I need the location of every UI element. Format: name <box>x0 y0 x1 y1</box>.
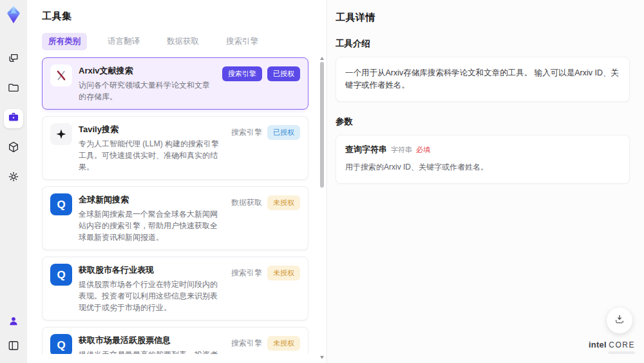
intel-core-logo: intel CORE <box>589 340 635 354</box>
tool-card-badges: 数据获取 未授权 <box>231 195 300 243</box>
app-logo-gem-icon <box>3 5 24 25</box>
download-button[interactable] <box>607 308 632 333</box>
q-letter: Q <box>57 199 65 210</box>
tool-title: 获取股市各行业表现 <box>79 264 225 276</box>
sidebar-item-chat[interactable] <box>4 50 23 69</box>
tool-card-body: Tavily搜索 专为人工智能代理 (LLM) 构建的搜索引擎工具。可快速提供实… <box>79 123 225 173</box>
scrollbar-thumb[interactable] <box>320 62 324 188</box>
panel-toggle-icon <box>7 339 20 355</box>
core-brand-text: CORE <box>609 340 635 349</box>
tool-title: Arxiv文献搜索 <box>79 65 216 77</box>
param-description: 用于搜索的Arxiv ID、关键字或作者姓名。 <box>345 161 620 173</box>
param-name: 查询字符串 <box>345 144 387 155</box>
param-required-badge: 必填 <box>416 145 430 155</box>
briefcase-icon <box>7 111 20 126</box>
tool-category-badge: 搜索引擎 <box>231 125 262 140</box>
tool-description: 访问各个研究领域大量科学论文和文章的存储库。 <box>79 79 216 103</box>
tab-language-translation[interactable]: 语言翻译 <box>101 33 146 50</box>
tavily-icon <box>50 123 72 145</box>
intro-heading: 工具介绍 <box>336 38 630 50</box>
param-type: 字符串 <box>391 145 412 155</box>
sidebar-item-files[interactable] <box>4 79 23 99</box>
tab-data-acquisition[interactable]: 数据获取 <box>160 33 205 50</box>
download-icon <box>614 313 625 328</box>
cube-icon <box>7 141 20 156</box>
tool-status-badge: 未授权 <box>267 195 300 210</box>
tool-status-badge: 已授权 <box>267 125 300 140</box>
folder-icon <box>7 81 20 97</box>
tool-card[interactable]: Q 获取市场最活跃股票信息 提供当天交易量最高的股票列表，投资者可以利用这些信息… <box>42 327 308 354</box>
sidebar-nav <box>4 50 23 188</box>
tool-title: 全球新闻搜索 <box>79 194 225 206</box>
sidebar-item-settings[interactable] <box>4 168 23 188</box>
intel-brand-text: intel <box>589 340 607 349</box>
tool-title: 获取市场最活跃股票信息 <box>79 335 225 346</box>
params-heading: 参数 <box>336 116 630 128</box>
scrollbar[interactable] <box>319 57 325 359</box>
q-icon: Q <box>50 193 72 215</box>
tool-category-badge: 数据获取 <box>231 195 262 210</box>
intel-logo-subline <box>608 351 635 354</box>
arxiv-icon <box>50 64 72 86</box>
tool-title: Tavily搜索 <box>79 124 225 135</box>
toolset-title: 工具集 <box>42 10 327 23</box>
sidebar-item-collapse[interactable] <box>4 337 23 357</box>
intro-text: 一个用于从Arxiv存储库搜索科学论文和文章的工具。 输入可以是Arxiv ID… <box>345 67 620 92</box>
intro-card: 一个用于从Arxiv存储库搜索科学论文和文章的工具。 输入可以是Arxiv ID… <box>336 57 630 102</box>
tool-description: 专为人工智能代理 (LLM) 构建的搜索引擎工具。可快速提供实时、准确和真实的结… <box>79 138 225 173</box>
tab-search-engine[interactable]: 搜索引擎 <box>220 33 265 50</box>
tool-status-badge: 未授权 <box>267 266 300 280</box>
sidebar-item-account[interactable] <box>4 313 23 332</box>
q-letter: Q <box>57 340 65 351</box>
tool-card-body: 全球新闻搜索 全球新闻搜索是一个聚合全球各大新闻网站内容的搜索引擎，帮助用户快速… <box>79 193 225 243</box>
sidebar-item-tools[interactable] <box>4 109 23 128</box>
tool-card[interactable]: Arxiv文献搜索 访问各个研究领域大量科学论文和文章的存储库。 搜索引擎 已授… <box>42 57 308 110</box>
q-letter: Q <box>57 270 65 280</box>
tool-card-body: 获取股市各行业表现 提供股票市场各个行业在特定时间段内的表现。投资者可以利用这些… <box>79 264 225 313</box>
toolset-panel: 工具集 所有类别 语言翻译 数据获取 搜索引擎 Arxiv文献搜索 访问各个研究… <box>27 0 327 363</box>
user-icon <box>7 315 20 330</box>
tool-list: Arxiv文献搜索 访问各个研究领域大量科学论文和文章的存储库。 搜索引擎 已授… <box>42 57 308 354</box>
tool-category-badge: 搜索引擎 <box>231 336 262 351</box>
category-tabs: 所有类别 语言翻译 数据获取 搜索引擎 <box>42 33 327 50</box>
tool-card-badges: 搜索引擎 已授权 <box>231 125 300 173</box>
tool-card-badges: 搜索引擎 未授权 <box>231 266 300 313</box>
tool-description: 提供当天交易量最高的股票列表，投资者可以利用这些信息来识别流动性强的股票和潜在的… <box>79 349 225 354</box>
param-card: 查询字符串 字符串 必填 用于搜索的Arxiv ID、关键字或作者姓名。 <box>336 135 630 184</box>
tool-card-badges: 搜索引擎 未授权 <box>231 336 300 354</box>
tool-card[interactable]: Tavily搜索 专为人工智能代理 (LLM) 构建的搜索引擎工具。可快速提供实… <box>42 116 308 180</box>
tool-description: 提供股票市场各个行业在特定时间段内的表现。投资者可以利用这些信息来识别表现优于或… <box>79 279 225 313</box>
tool-detail-panel: 工具详情 工具介绍 一个用于从Arxiv存储库搜索科学论文和文章的工具。 输入可… <box>327 0 644 363</box>
detail-title: 工具详情 <box>336 12 630 24</box>
tool-card-body: 获取市场最活跃股票信息 提供当天交易量最高的股票列表，投资者可以利用这些信息来识… <box>79 334 225 354</box>
left-sidebar <box>0 0 27 363</box>
sidebar-bottom <box>4 313 23 357</box>
param-header: 查询字符串 字符串 必填 <box>345 144 620 155</box>
tool-category-badge: 搜索引擎 <box>222 66 262 81</box>
tab-all-categories[interactable]: 所有类别 <box>42 33 87 50</box>
scroll-down-icon[interactable] <box>320 356 324 359</box>
tool-description: 全球新闻搜索是一个聚合全球各大新闻网站内容的搜索引擎，帮助用户快速获取全球最新资… <box>79 208 225 243</box>
tool-status-badge: 未授权 <box>267 336 300 351</box>
q-icon: Q <box>50 334 72 354</box>
app-window: 工具集 所有类别 语言翻译 数据获取 搜索引擎 Arxiv文献搜索 访问各个研究… <box>0 0 644 363</box>
tool-category-badge: 搜索引擎 <box>231 266 262 280</box>
tool-card[interactable]: Q 全球新闻搜索 全球新闻搜索是一个聚合全球各大新闻网站内容的搜索引擎，帮助用户… <box>42 186 308 250</box>
scroll-up-icon[interactable] <box>320 57 324 60</box>
q-icon: Q <box>50 264 72 286</box>
sidebar-item-packages[interactable] <box>4 139 23 158</box>
gear-icon <box>7 170 20 186</box>
tool-card[interactable]: Q 获取股市各行业表现 提供股票市场各个行业在特定时间段内的表现。投资者可以利用… <box>42 257 308 320</box>
tool-card-badges: 搜索引擎 已授权 <box>222 66 300 103</box>
tool-status-badge: 已授权 <box>267 66 300 81</box>
chat-icon <box>7 52 20 67</box>
tool-card-body: Arxiv文献搜索 访问各个研究领域大量科学论文和文章的存储库。 <box>79 64 216 103</box>
